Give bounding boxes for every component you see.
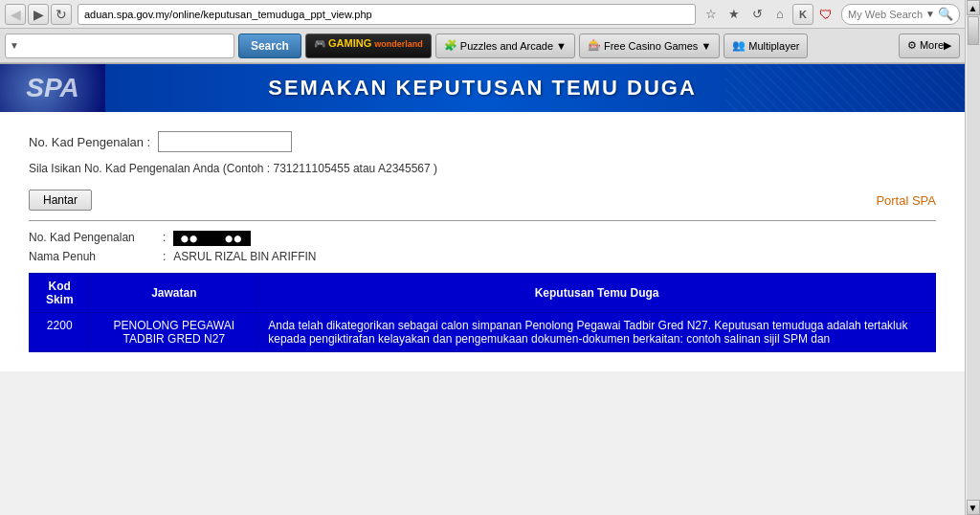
portal-spa-link[interactable]: Portal SPA [876, 193, 936, 208]
forward-button[interactable]: ▶ [28, 4, 49, 25]
ic-input[interactable] [158, 131, 292, 152]
home-icon[interactable]: ⌂ [769, 4, 791, 25]
main-content: No. Kad Pengenalan : Sila Isikan No. Kad… [0, 112, 965, 371]
table-header-keputusan: Keputusan Temu Duga [258, 274, 936, 313]
web-search-label: My Web Search [848, 9, 923, 20]
hint-text: Sila Isikan No. Kad Pengenalan Anda (Con… [29, 162, 936, 175]
scroll-track [967, 15, 980, 500]
more-button[interactable]: ⚙ More▶ [899, 34, 960, 58]
puzzles-icon: 🧩 [444, 39, 457, 52]
casino-label: Free Casino Games [604, 40, 698, 52]
puzzles-arrow-icon: ▼ [556, 40, 567, 52]
table-row: 2200 PENOLONG PEGAWAI TADBIR GRED N27 An… [30, 313, 936, 352]
ic-label: No. Kad Pengenalan : [29, 135, 150, 149]
search-dropdown-icon[interactable]: ▼ [925, 9, 935, 19]
gaming-icon: 🎮 [314, 38, 325, 49]
multiplayer-button[interactable]: 👥 Multiplayer [724, 34, 808, 58]
search-button[interactable]: Search [238, 34, 301, 58]
address-bar[interactable] [78, 4, 696, 25]
antivirus-icon[interactable]: 🛡 [815, 4, 836, 25]
ic-form-row: No. Kad Pengenalan : [29, 131, 936, 152]
multiplayer-label: Multiplayer [748, 40, 799, 52]
result-name-row: Nama Penuh : ASRUL RIZAL BIN ARIFFIN [29, 250, 936, 263]
scroll-up-button[interactable]: ▲ [967, 0, 980, 15]
scrollbar: ▲ ▼ [965, 0, 980, 515]
puzzles-arcade-button[interactable]: 🧩 Puzzles and Arcade ▼ [435, 34, 575, 58]
hantar-button[interactable]: Hantar [29, 190, 92, 211]
puzzles-label: Puzzles and Arcade [460, 40, 553, 52]
reload-button[interactable]: ↻ [51, 4, 72, 25]
result-section: No. Kad Pengenalan : ●● ●● Nama Penuh : … [29, 231, 936, 263]
table-cell-jawatan: PENOLONG PEGAWAI TADBIR GRED N27 [90, 313, 258, 352]
back-button[interactable]: ◀ [5, 4, 26, 25]
results-table: Kod Skim Jawatan Keputusan Temu Duga 220… [29, 273, 936, 352]
result-name-value: ASRUL RIZAL BIN ARIFFIN [173, 250, 316, 263]
table-header-kod-skim: Kod Skim [30, 274, 90, 313]
scroll-down-button[interactable]: ▼ [967, 500, 980, 515]
refresh-icon[interactable]: ↺ [746, 4, 768, 25]
scroll-thumb[interactable] [968, 16, 979, 45]
free-casino-games-button[interactable]: 🎰 Free Casino Games ▼ [579, 34, 720, 58]
bookmark-filled-icon: ★ [724, 4, 745, 25]
result-name-colon: : [163, 250, 166, 263]
form-actions: Hantar Portal SPA [29, 190, 936, 211]
bookmark-icon[interactable]: ☆ [701, 4, 722, 25]
result-ic-value: ●● ●● [173, 231, 251, 246]
divider [29, 220, 936, 221]
page-banner: SPA SEMAKAN KEPUTUSAN TEMU DUGA [0, 64, 965, 112]
gaming-wonderland-button[interactable]: 🎮 GAMING wonderland [305, 34, 432, 58]
gaming-sub-label: wonderland [374, 39, 423, 49]
page-title: SEMAKAN KEPUTUSAN TEMU DUGA [268, 76, 697, 101]
banner-decoration [725, 64, 965, 112]
gear-icon: ⚙ [907, 39, 917, 52]
casino-arrow-icon: ▼ [701, 40, 711, 52]
result-ic-colon: : [163, 231, 166, 246]
result-name-label: Nama Penuh [29, 250, 163, 263]
table-cell-kod-skim: 2200 [30, 313, 90, 352]
table-cell-keputusan: Anda telah dikategorikan sebagai calon s… [258, 313, 936, 352]
spa-logo: SPA [0, 64, 105, 112]
search-input[interactable] [19, 39, 230, 53]
gaming-label: GAMING [328, 37, 371, 49]
casino-icon: 🎰 [588, 39, 601, 52]
multiplayer-icon: 👥 [732, 39, 746, 52]
result-ic-label: No. Kad Pengenalan [29, 231, 163, 246]
search-go-icon[interactable]: 🔍 [938, 7, 953, 21]
more-label: More▶ [920, 39, 951, 52]
table-header-jawatan: Jawatan [90, 274, 258, 313]
result-ic-row: No. Kad Pengenalan : ●● ●● [29, 231, 936, 246]
search-dropdown-btn[interactable]: ▼ [10, 40, 19, 51]
keyboard-icon[interactable]: K [792, 4, 813, 25]
